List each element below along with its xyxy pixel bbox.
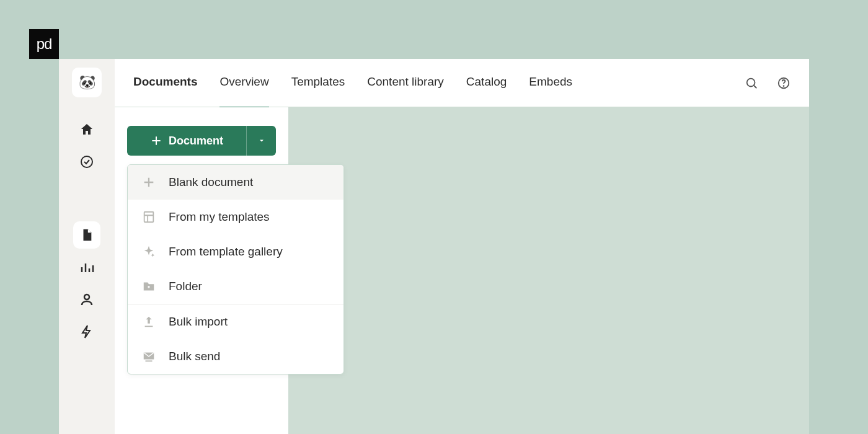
tab-content-library[interactable]: Content library [367, 75, 444, 91]
menu-blank-document[interactable]: Blank document [128, 165, 343, 200]
sparkle-icon [141, 244, 156, 259]
nav-home[interactable] [73, 116, 100, 143]
menu-from-my-templates[interactable]: From my templates [128, 200, 343, 234]
menu-label: Bulk import [169, 315, 228, 329]
home-icon [79, 122, 94, 137]
create-document-dropdown-toggle[interactable] [246, 126, 276, 156]
plus-icon [141, 175, 156, 190]
topbar-actions [745, 76, 790, 90]
sidebar: 🐼 [59, 59, 115, 434]
menu-bulk-send[interactable]: Bulk send [128, 339, 343, 374]
bar-chart-icon [79, 260, 94, 275]
plus-icon [150, 135, 162, 147]
pd-brand-badge: pd [29, 29, 59, 59]
check-circle-icon [79, 154, 94, 169]
lightning-icon [79, 324, 94, 339]
menu-label: From my templates [169, 210, 270, 224]
svg-point-1 [84, 294, 89, 299]
panda-icon: 🐼 [79, 74, 95, 91]
folder-plus-icon [141, 279, 156, 294]
help-icon[interactable] [777, 76, 790, 90]
app-shell: 🐼 Documents Overview Templates Co [59, 59, 809, 434]
nav-approvals[interactable] [73, 148, 100, 175]
tab-embeds[interactable]: Embeds [529, 75, 572, 91]
tab-documents[interactable]: Documents [133, 75, 197, 91]
menu-bulk-import[interactable]: Bulk import [128, 304, 343, 339]
menu-label: Bulk send [169, 350, 220, 363]
nav-contacts[interactable] [73, 286, 100, 313]
mail-icon [141, 349, 156, 364]
tabs: Documents Overview Templates Content lib… [133, 75, 745, 91]
svg-rect-5 [144, 212, 154, 223]
person-icon [79, 292, 94, 307]
search-icon[interactable] [745, 76, 758, 90]
upload-icon [141, 314, 156, 329]
topbar: Documents Overview Templates Content lib… [115, 59, 809, 107]
create-document-button[interactable]: Document [127, 126, 246, 156]
document-icon [80, 228, 94, 242]
tab-catalog[interactable]: Catalog [466, 75, 507, 91]
tab-templates[interactable]: Templates [291, 75, 345, 91]
menu-folder[interactable]: Folder [128, 269, 343, 304]
nav-documents[interactable] [73, 221, 100, 249]
pd-brand-text: pd [37, 35, 52, 53]
svg-rect-7 [146, 360, 153, 361]
create-document-label: Document [169, 135, 223, 148]
create-document-split-button: Document [127, 126, 276, 156]
nav-reports[interactable] [73, 254, 100, 281]
main-area: Documents Overview Templates Content lib… [115, 59, 809, 434]
svg-point-2 [747, 78, 755, 86]
create-dropdown-menu: Blank document From my templates From te… [127, 164, 344, 374]
content-area: Document Blank document [115, 107, 809, 434]
menu-label: Blank document [169, 175, 253, 189]
left-panel: Document Blank document [115, 107, 288, 434]
svg-point-4 [784, 86, 784, 86]
menu-from-template-gallery[interactable]: From template gallery [128, 234, 343, 269]
svg-point-0 [81, 156, 92, 167]
menu-label: Folder [169, 280, 202, 293]
workspace-logo[interactable]: 🐼 [72, 68, 102, 97]
tab-overview[interactable]: Overview [219, 75, 268, 91]
menu-label: From template gallery [169, 245, 283, 259]
nav-automations[interactable] [73, 318, 100, 345]
caret-down-icon [258, 137, 265, 144]
template-icon [141, 210, 156, 224]
